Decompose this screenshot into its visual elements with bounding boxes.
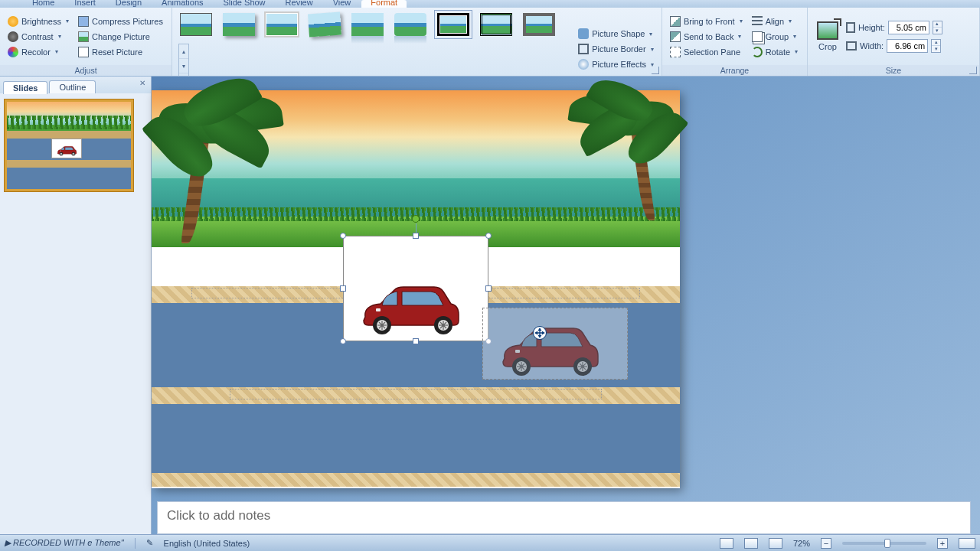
ribbon: Brightness Contrast Recolor Compress Pic… <box>0 8 980 77</box>
height-label: Height: <box>858 23 885 32</box>
selected-picture[interactable] <box>343 236 488 341</box>
crop-button[interactable]: Crop <box>812 18 843 54</box>
zoom-level[interactable]: 72% <box>793 539 810 548</box>
move-cursor-icon <box>533 326 547 340</box>
compress-pictures-button[interactable]: Compress Pictures <box>75 15 166 28</box>
width-input[interactable] <box>887 39 928 53</box>
rotate-handle[interactable] <box>412 215 420 223</box>
rotate-label: Rotate <box>766 47 790 57</box>
handle-s[interactable] <box>413 338 419 344</box>
group-picture-styles: ▴▾▾ Picture Shape Picture Border Picture… <box>172 8 662 76</box>
style-thumb-8[interactable] <box>477 10 515 39</box>
workspace: Slides Outline ✕ 1 <box>0 77 980 534</box>
height-input[interactable] <box>888 21 929 34</box>
group-size: Crop Height: ▴▾ Width: ▴▾ Size <box>808 8 980 76</box>
group-obj-label: Group <box>766 32 789 41</box>
picture-effects-button[interactable]: Picture Effects <box>575 57 657 71</box>
rotate-button[interactable]: Rotate <box>749 45 801 59</box>
change-picture-button[interactable]: Change Picture <box>75 30 166 44</box>
crop-icon <box>817 21 838 40</box>
tab-format[interactable]: Format <box>361 0 407 8</box>
styles-launcher[interactable] <box>652 67 659 74</box>
size-launcher[interactable] <box>969 67 977 74</box>
handle-nw[interactable] <box>340 233 346 239</box>
back-label: Send to Back <box>684 32 733 41</box>
pane-tab-outline[interactable]: Outline <box>49 80 96 93</box>
group-arrange-label: Arrange <box>662 65 807 76</box>
zoom-slider[interactable] <box>842 542 926 545</box>
style-thumb-4[interactable] <box>305 10 344 39</box>
handle-e[interactable] <box>485 285 492 292</box>
zoom-out-button[interactable]: − <box>821 538 831 549</box>
handle-w[interactable] <box>340 285 346 292</box>
bring-to-front-button[interactable]: Bring to Front <box>667 15 746 28</box>
picture-border-label: Picture Border <box>592 44 645 54</box>
align-button[interactable]: Align <box>749 15 801 28</box>
handle-sw[interactable] <box>340 338 346 344</box>
align-label: Align <box>766 17 784 26</box>
slide-number: 1 <box>0 102 1 110</box>
reset-label: Reset Picture <box>92 47 142 57</box>
tab-review[interactable]: Review <box>276 0 322 8</box>
width-spinner[interactable]: ▴▾ <box>931 39 941 53</box>
view-slideshow-button[interactable] <box>769 538 782 549</box>
group-button[interactable]: Group <box>749 30 801 44</box>
handle-ne[interactable] <box>485 233 492 239</box>
fit-window-button[interactable] <box>959 538 975 549</box>
contrast-label: Contrast <box>21 32 54 41</box>
style-thumb-1[interactable] <box>177 10 215 39</box>
status-language[interactable]: English (United States) <box>164 539 250 548</box>
group-size-label: Size <box>808 65 979 76</box>
picture-border-button[interactable]: Picture Border <box>575 42 657 56</box>
tab-design[interactable]: Design <box>106 0 151 8</box>
zoom-in-button[interactable]: + <box>937 538 948 549</box>
group-adjust-label: Adjust <box>0 65 172 76</box>
palm-left <box>136 90 266 243</box>
picture-shape-button[interactable]: Picture Shape <box>575 27 657 41</box>
tab-insert[interactable]: Insert <box>65 0 105 8</box>
reset-picture-button[interactable]: Reset Picture <box>75 45 166 59</box>
group-arrange: Bring to Front Send to Back Selection Pa… <box>662 8 808 76</box>
notes-pane[interactable]: Click to add notes <box>157 501 971 534</box>
height-icon <box>846 22 855 33</box>
tab-animations[interactable]: Animations <box>152 0 212 8</box>
status-recorded: ▶ RECORDED WITH e Theme" <box>5 538 124 548</box>
handle-n[interactable] <box>413 233 419 239</box>
height-spinner[interactable]: ▴▾ <box>933 21 942 34</box>
slide-thumb-preview <box>7 102 131 189</box>
tab-home[interactable]: Home <box>23 0 64 8</box>
picture-shape-label: Picture Shape <box>592 29 645 38</box>
style-thumb-9[interactable] <box>520 10 558 39</box>
change-label: Change Picture <box>92 32 150 41</box>
contrast-button[interactable]: Contrast <box>5 30 72 44</box>
style-thumb-3[interactable] <box>263 10 301 39</box>
view-normal-button[interactable] <box>720 538 733 549</box>
selection-pane-button[interactable]: Selection Pane <box>667 45 746 59</box>
style-thumb-2[interactable] <box>220 10 258 39</box>
width-label: Width: <box>860 41 884 51</box>
pane-close-button[interactable]: ✕ <box>137 79 148 90</box>
style-thumb-5[interactable] <box>348 10 387 39</box>
slide-canvas[interactable] <box>152 90 680 488</box>
recolor-label: Recolor <box>21 47 51 57</box>
recolor-button[interactable]: Recolor <box>5 45 72 59</box>
car-image <box>358 282 461 336</box>
view-sorter-button[interactable] <box>744 538 758 549</box>
front-label: Bring to Front <box>684 17 735 26</box>
pane-tab-slides[interactable]: Slides <box>3 81 47 94</box>
tab-slideshow[interactable]: Slide Show <box>214 0 275 8</box>
ribbon-tabs: Home Insert Design Animations Slide Show… <box>0 0 980 8</box>
tab-view[interactable]: View <box>324 0 361 8</box>
placeholder-guide-2 <box>230 389 602 399</box>
group-adjust: Brightness Contrast Recolor Compress Pic… <box>0 8 172 76</box>
drag-ghost-picture <box>482 308 628 380</box>
style-thumb-6[interactable] <box>391 10 430 39</box>
width-icon <box>846 41 857 51</box>
brightness-label: Brightness <box>21 17 61 26</box>
compress-label: Compress Pictures <box>92 17 163 26</box>
brightness-button[interactable]: Brightness <box>5 15 72 28</box>
style-thumb-7[interactable] <box>434 10 472 39</box>
send-to-back-button[interactable]: Send to Back <box>667 30 746 44</box>
slide-thumb-1[interactable]: 1 <box>5 99 133 191</box>
crop-label: Crop <box>818 42 837 51</box>
